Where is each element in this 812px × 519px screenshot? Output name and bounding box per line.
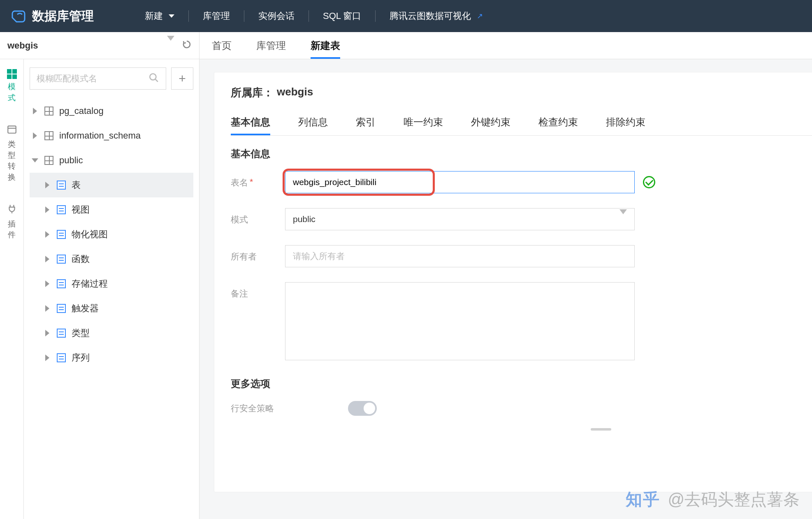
top-menu-sql[interactable]: SQL 窗口: [309, 10, 375, 22]
refresh-icon[interactable]: [182, 39, 192, 51]
table-icon: [56, 204, 67, 215]
caret-right-icon: [31, 132, 39, 139]
table-name-input[interactable]: [285, 171, 635, 193]
label-table-name: 表名*: [231, 171, 276, 188]
caret-right-icon: [44, 305, 51, 312]
table-icon: [56, 180, 67, 190]
top-menu-yuntu-label: 腾讯云图数据可视化: [390, 10, 471, 22]
add-schema-button[interactable]: +: [171, 67, 193, 90]
schema-select[interactable]: public: [285, 208, 635, 230]
table-icon: [56, 303, 67, 314]
tree-node-label: 函数: [72, 253, 90, 265]
caret-right-icon: [44, 206, 51, 213]
calendar-icon: [7, 124, 17, 137]
table-icon: [56, 278, 67, 289]
main-tab-dbmanage[interactable]: 库管理: [256, 39, 286, 59]
label-row-security: 行安全策略: [231, 403, 274, 414]
chevron-down-icon: [169, 14, 174, 18]
search-icon: [148, 72, 159, 85]
form-tab-unique[interactable]: 唯一约束: [404, 116, 443, 135]
svg-line-3: [155, 79, 158, 82]
schema-tree: + pg_catalog information_schema: [24, 59, 199, 519]
top-menu-session[interactable]: 实例会话: [244, 10, 309, 22]
caret-down-icon: [31, 158, 39, 162]
label-remark: 备注: [231, 282, 276, 299]
main-tab-create-table[interactable]: 新建表: [311, 39, 340, 59]
remark-textarea[interactable]: [285, 282, 635, 360]
belong-db-label: 所属库：: [231, 86, 274, 100]
main-tab-home[interactable]: 首页: [212, 39, 232, 59]
top-menu: 新建 库管理 实例会话 SQL 窗口 腾讯云图数据可视化 ↗: [131, 10, 497, 22]
svg-rect-0: [8, 126, 16, 133]
table-icon: [56, 254, 67, 264]
plug-icon: [7, 204, 17, 216]
top-menu-new[interactable]: 新建: [131, 10, 188, 22]
side-tab-schema[interactable]: 模 式: [7, 69, 17, 103]
caret-right-icon: [44, 256, 51, 262]
tree-node-matviews[interactable]: 物化视图: [30, 222, 193, 247]
database-selector[interactable]: webgis: [0, 32, 199, 59]
form-tab-index[interactable]: 索引: [356, 116, 376, 135]
top-menu-yuntu[interactable]: 腾讯云图数据可视化 ↗: [376, 10, 497, 22]
tree-node-tables[interactable]: 表: [30, 173, 193, 197]
label-owner: 所有者: [231, 245, 276, 262]
schema-search-input[interactable]: [37, 74, 144, 83]
schema-label: information_schema: [59, 130, 141, 141]
tree-node-label: 触发器: [72, 302, 99, 315]
caret-right-icon: [44, 182, 51, 188]
form-tab-basic[interactable]: 基本信息: [231, 116, 270, 135]
tree-node-triggers[interactable]: 触发器: [30, 296, 193, 321]
section-more-title: 更多选项: [231, 377, 812, 390]
top-menu-new-label: 新建: [145, 10, 163, 22]
drag-handle[interactable]: [591, 428, 611, 431]
tree-node-functions[interactable]: 函数: [30, 247, 193, 271]
app-logo: 数据库管理: [12, 8, 94, 25]
schema-label: pg_catalog: [59, 106, 104, 116]
label-schema: 模式: [231, 208, 276, 225]
schema-node-information-schema[interactable]: information_schema: [30, 123, 193, 148]
top-menu-dbmanage[interactable]: 库管理: [189, 10, 244, 22]
schema-search-box[interactable]: [30, 67, 166, 90]
main-tab-strip: 首页 库管理 新建表: [200, 32, 812, 59]
chevron-down-icon: [619, 214, 627, 224]
schema-node-pg-catalog[interactable]: pg_catalog: [30, 99, 193, 123]
db-name-label: webgis: [7, 40, 167, 51]
tree-node-label: 视图: [72, 204, 90, 216]
app-title: 数据库管理: [32, 8, 94, 25]
tree-node-label: 存储过程: [72, 278, 108, 290]
belong-db-value: webgis: [277, 86, 313, 100]
schema-icon: [44, 130, 54, 141]
owner-input[interactable]: [285, 245, 635, 267]
form-tab-strip: 基本信息 列信息 索引 唯一约束 外键约束 检查约束 排除约束: [231, 116, 812, 136]
side-tab-schema-label: 模 式: [8, 81, 16, 103]
schema-node-public[interactable]: public: [30, 148, 193, 173]
schema-select-value: public: [293, 214, 316, 224]
caret-right-icon: [31, 108, 39, 114]
tree-node-views[interactable]: 视图: [30, 197, 193, 222]
section-basic-title: 基本信息: [231, 147, 812, 160]
create-table-card: 所属库： webgis 基本信息 列信息 索引 唯一约束 外键约束 检查约束 排…: [214, 72, 812, 492]
side-tab-plugin-label: 插 件: [8, 219, 16, 241]
schema-icon: [44, 106, 54, 116]
tree-node-procedures[interactable]: 存储过程: [30, 271, 193, 296]
check-ok-icon: [643, 176, 655, 188]
side-tab-strip: 模 式 类 型 转 换 插 件: [0, 59, 24, 519]
grid-icon: [7, 69, 17, 79]
form-tab-exclude[interactable]: 排除约束: [606, 116, 645, 135]
table-icon: [56, 229, 67, 240]
form-tab-columns[interactable]: 列信息: [298, 116, 328, 135]
svg-point-2: [150, 74, 156, 80]
row-security-toggle[interactable]: [348, 401, 377, 416]
caret-right-icon: [44, 354, 51, 361]
caret-right-icon: [44, 280, 51, 287]
side-tab-typeconvert[interactable]: 类 型 转 换: [7, 124, 17, 183]
tree-node-label: 物化视图: [72, 228, 108, 241]
db-dropdown-icon[interactable]: [167, 41, 174, 50]
schema-icon: [44, 155, 54, 166]
side-tab-plugin[interactable]: 插 件: [7, 204, 17, 241]
form-tab-foreign[interactable]: 外键约束: [471, 116, 510, 135]
side-tab-typeconvert-label: 类 型 转 换: [8, 139, 16, 183]
tree-node-sequences[interactable]: 序列: [30, 345, 193, 370]
tree-node-types[interactable]: 类型: [30, 321, 193, 345]
form-tab-check[interactable]: 检查约束: [538, 116, 578, 135]
